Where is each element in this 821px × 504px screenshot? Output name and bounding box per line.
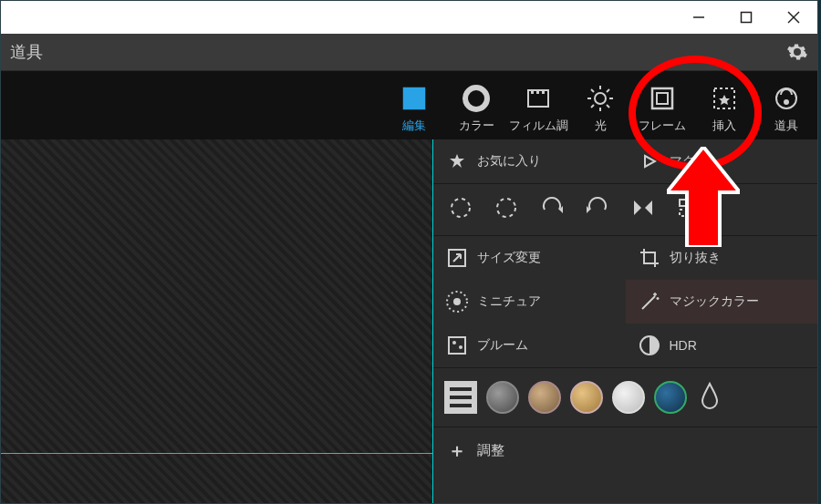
svg-marker-22 — [719, 95, 730, 105]
rotate-cw-step-icon[interactable] — [537, 193, 566, 222]
rotate-ccw-icon[interactable] — [446, 193, 475, 222]
resize-icon — [444, 245, 470, 271]
crop-label: 切り抜き — [670, 250, 721, 266]
maximize-button[interactable] — [722, 1, 770, 34]
app-window: 道具 編集 カラー フィルム調 — [0, 0, 818, 504]
svg-marker-31 — [634, 201, 641, 215]
swatch-3[interactable] — [570, 381, 603, 414]
frame-icon — [631, 83, 693, 114]
tab-film[interactable]: フィルム調 — [507, 83, 569, 139]
bloom-label: ブルーム — [477, 337, 528, 354]
star-icon — [444, 149, 470, 174]
color-icon — [445, 83, 507, 114]
tab-edit[interactable]: 編集 — [383, 83, 445, 139]
svg-point-5 — [465, 87, 487, 109]
swatch-4[interactable] — [612, 381, 645, 414]
favorites-label: お気に入り — [477, 153, 541, 170]
play-icon — [637, 149, 662, 174]
svg-line-18 — [591, 105, 594, 108]
svg-point-28 — [497, 199, 515, 217]
tab-tool[interactable]: 道具 — [755, 83, 817, 139]
tab-label: 光 — [569, 118, 631, 134]
bloom-icon — [444, 333, 470, 358]
main-area: お気に入り マクロ — [1, 139, 817, 503]
svg-rect-9 — [542, 90, 545, 94]
svg-point-40 — [459, 345, 462, 349]
tab-label: カラー — [445, 118, 507, 134]
miniature-label: ミニチュア — [477, 293, 541, 310]
hdr-icon — [637, 333, 662, 358]
svg-line-17 — [607, 89, 609, 92]
tab-label: 挿入 — [693, 118, 755, 134]
svg-rect-1 — [742, 13, 752, 23]
miniature-button[interactable]: ミニチュア — [433, 280, 626, 324]
plus-icon: ＋ — [448, 438, 466, 463]
crop-icon — [637, 245, 662, 271]
tab-frame[interactable]: フレーム — [631, 83, 693, 139]
magic-label: マジックカラー — [670, 293, 759, 310]
swatch-2[interactable] — [528, 381, 561, 414]
gear-icon[interactable] — [786, 41, 808, 63]
svg-point-10 — [595, 93, 606, 104]
film-icon — [507, 83, 569, 114]
svg-point-23 — [776, 88, 796, 108]
svg-rect-33 — [680, 200, 698, 206]
svg-point-24 — [784, 99, 789, 105]
toolbar-tabs: 編集 カラー フィルム調 — [1, 71, 817, 140]
adjust-row[interactable]: ＋ 調整 — [433, 427, 817, 474]
swatch-1[interactable] — [486, 381, 519, 414]
svg-line-16 — [607, 105, 609, 108]
hdr-button[interactable]: HDR — [626, 324, 818, 367]
macro-button[interactable]: マクロ — [626, 139, 818, 183]
magic-color-button[interactable]: マジックカラー — [626, 280, 818, 324]
swatch-row — [433, 367, 817, 427]
svg-rect-8 — [536, 90, 539, 94]
flip-horizontal-icon[interactable] — [629, 193, 658, 222]
insert-icon — [693, 83, 755, 114]
svg-point-39 — [452, 341, 456, 345]
crop-button[interactable]: 切り抜き — [626, 236, 818, 280]
favorites-button[interactable]: お気に入り — [433, 139, 626, 183]
bloom-button[interactable]: ブルーム — [433, 324, 626, 367]
adjust-label: 調整 — [477, 442, 504, 459]
canvas-area[interactable] — [1, 139, 432, 503]
tab-light[interactable]: 光 — [569, 83, 631, 139]
svg-rect-7 — [531, 90, 534, 94]
close-button[interactable] — [770, 1, 817, 34]
svg-line-15 — [591, 89, 594, 92]
swatch-5[interactable] — [654, 381, 687, 414]
tool-icon — [755, 83, 817, 114]
miniature-icon — [444, 289, 470, 314]
tab-label: 道具 — [755, 118, 817, 134]
svg-rect-34 — [680, 210, 698, 216]
svg-marker-25 — [450, 154, 464, 168]
resize-label: サイズ変更 — [477, 250, 541, 266]
tab-label: フレーム — [631, 118, 693, 134]
menu-bar: 道具 — [1, 34, 817, 71]
swatch-list-button[interactable] — [444, 381, 477, 414]
resize-button[interactable]: サイズ変更 — [433, 236, 626, 280]
droplet-icon[interactable] — [700, 382, 720, 413]
window-titlebar — [1, 1, 817, 34]
tab-label: 編集 — [383, 118, 445, 134]
svg-rect-38 — [449, 337, 465, 354]
tab-color[interactable]: カラー — [445, 83, 507, 139]
menu-title: 道具 — [10, 41, 43, 63]
light-icon — [569, 83, 631, 114]
hdr-label: HDR — [670, 338, 697, 353]
svg-point-27 — [452, 199, 470, 217]
tab-label: フィルム調 — [507, 118, 569, 134]
svg-point-37 — [453, 298, 461, 305]
rotate-cw-icon[interactable] — [492, 193, 521, 222]
svg-marker-32 — [645, 201, 652, 215]
macro-label: マクロ — [670, 153, 708, 170]
rotate-row — [433, 184, 817, 235]
rotate-ccw-step-icon[interactable] — [583, 193, 612, 222]
edit-icon — [383, 83, 445, 114]
minimize-button[interactable] — [675, 1, 722, 34]
svg-marker-26 — [645, 156, 655, 167]
tab-insert[interactable]: 挿入 — [693, 83, 755, 139]
svg-rect-20 — [657, 93, 668, 104]
flip-vertical-icon[interactable] — [674, 193, 703, 222]
svg-rect-19 — [652, 88, 672, 108]
